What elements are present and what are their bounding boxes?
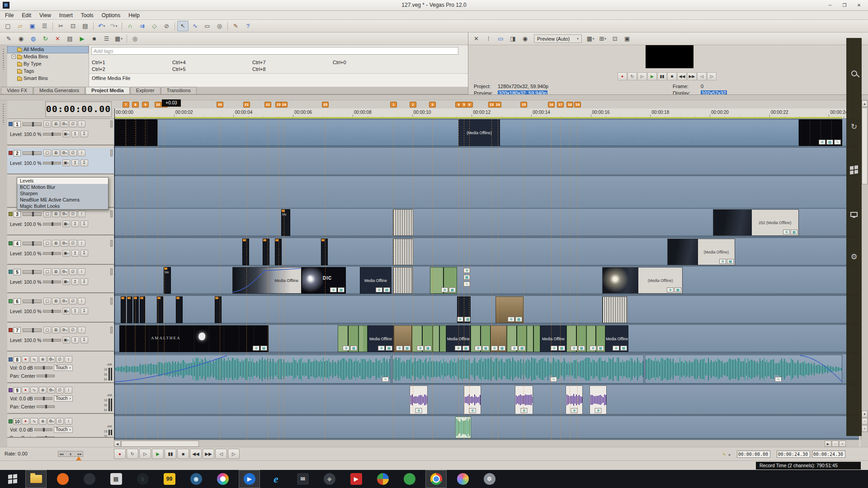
track-number[interactable]: 10 (14, 418, 21, 425)
event-button-icon[interactable]: ⊕ (376, 287, 382, 292)
timeline-marker-16[interactable]: 16 (548, 102, 555, 108)
event-button-icon[interactable]: ▦ (519, 346, 525, 351)
timeline-splitter[interactable] (0, 94, 868, 100)
timeline-event-brownthumb[interactable]: ⊕▦ (394, 325, 412, 352)
h-scrollbar-thumb[interactable] (121, 441, 199, 447)
track-track-motion-button[interactable]: ⊞ (52, 211, 60, 217)
track-lane-9[interactable] (114, 385, 859, 414)
record-mode-dropdown[interactable]: Touch▾ (54, 427, 73, 433)
volume-slider[interactable] (34, 397, 52, 400)
timeline-marker-24[interactable]: 24 (281, 102, 288, 108)
timeline-event-greenthumb[interactable]: ⊕▦ (471, 325, 491, 352)
track-header-9[interactable]: 9●∿⊕⚙▾∅!Vol:0.0 dBTouch▾Pan:Center-Inf.1… (7, 385, 114, 414)
scroll-right-button[interactable]: ▶ (825, 441, 831, 447)
play-from-start-button[interactable]: ▷ (637, 72, 647, 80)
track-mute-button[interactable]: ∅ (69, 298, 77, 305)
track-mute-button[interactable]: ∅ (69, 121, 77, 127)
enable-snapping-button[interactable]: ∩ (124, 21, 136, 31)
selection-length-box[interactable]: 00:00:24.30 (812, 450, 845, 458)
track-track-motion-button[interactable]: ⊞ (52, 150, 60, 156)
views-button[interactable]: ▦▾ (113, 33, 124, 44)
play-button[interactable]: ▶ (647, 72, 657, 80)
zoom-out-button[interactable]: − (832, 441, 839, 447)
track-number[interactable]: 6 (14, 298, 21, 305)
track-track-fx-button[interactable]: ⚙▾ (61, 150, 68, 156)
timeline-event-greenthumb[interactable]: ⊕▦ (430, 267, 457, 294)
track-fader[interactable] (23, 242, 42, 245)
record-mode-dropdown[interactable]: Touch▾ (54, 365, 73, 371)
track-header-10[interactable]: 10●∿⊕⚙▾∅!Vol:0.0 dBTouch▾Pan:Center-Inf.… (7, 416, 114, 438)
close-button[interactable]: ✕ (852, 0, 866, 10)
add-tags-input[interactable] (91, 47, 458, 55)
maximize-button[interactable]: ❐ (837, 0, 852, 10)
timeline-event-offgrad[interactable]: Media Offline (232, 267, 302, 294)
event-button-icon[interactable]: ⊕ (667, 287, 674, 292)
timeline-event-audio[interactable] (392, 355, 644, 384)
charm-settings[interactable]: ⚙ (846, 248, 862, 266)
event-button-icon[interactable]: ⊕ (783, 230, 790, 235)
scroll-down-button[interactable]: ▼ (862, 411, 868, 418)
event-button-icon[interactable]: ▦ (597, 346, 604, 351)
event-button-icon[interactable]: ⊕ (590, 346, 596, 351)
track-mute-button[interactable]: ∅ (69, 150, 77, 156)
event-button-icon[interactable]: ⊕ (441, 287, 448, 292)
timeline-event-flare[interactable]: ✳DIC⊕▦ (302, 267, 346, 294)
timeline-event-filmdark[interactable]: ⊕▦∿ (799, 119, 842, 146)
track-number[interactable]: 8 (14, 357, 21, 363)
level-slider[interactable] (43, 133, 61, 136)
taskbar-item-paint-app[interactable] (452, 470, 473, 488)
external-monitor-button[interactable]: ▭ (495, 33, 506, 44)
previous-frame-button[interactable]: ◁ (215, 449, 227, 459)
timeline-event-greenthumb[interactable]: ⊕▦ (412, 325, 433, 352)
tab-explorer[interactable]: Explorer (130, 87, 160, 94)
copy-snapshot-button[interactable]: ⊡ (609, 33, 621, 44)
stop-button[interactable]: ■ (177, 449, 189, 459)
event-button-icon[interactable]: ▦ (727, 259, 734, 264)
split-screen-button[interactable]: ⊞▾ (597, 33, 609, 44)
track-bypass-motion-blur-button[interactable]: ▢ (43, 240, 51, 247)
track-bypass-motion-blur-button[interactable]: ▢ (43, 211, 51, 217)
record-mode-dropdown[interactable]: Touch▾ (54, 395, 73, 402)
timeline-event-audio[interactable] (114, 355, 391, 384)
timeline-marker-9[interactable]: 9 (142, 102, 149, 108)
fx-list-item-bcc-motion-blur[interactable]: BCC Motion Blur (17, 184, 108, 190)
track-compositing-mode-button[interactable]: ▣▾ (62, 221, 70, 227)
save-snapshot-button[interactable]: ▣ (622, 33, 633, 44)
taskbar-item-internet-explorer[interactable]: e (265, 470, 287, 488)
timeline-event-evicon[interactable]: ∿ (382, 355, 390, 384)
track-fader[interactable] (23, 300, 42, 303)
track-track-fx-button[interactable]: ⚙▾ (61, 298, 68, 305)
track-lane-2[interactable] (114, 148, 859, 174)
event-button-icon[interactable]: ⊕ (719, 259, 726, 264)
event-button-icon[interactable]: ▦ (675, 287, 681, 292)
event-button-icon[interactable]: ⊕ (571, 408, 578, 413)
track-number[interactable]: 5 (14, 269, 21, 275)
timeline-event-sliver[interactable] (215, 296, 222, 323)
event-button-icon[interactable]: ▦ (620, 346, 627, 351)
track-solo-button[interactable]: ! (78, 240, 85, 247)
track-resize-handle[interactable] (110, 240, 113, 247)
vertical-scrollbar[interactable]: ▲ ▼ − + (861, 100, 868, 440)
timeline-event-brownthumb[interactable]: ⊕▦ (495, 296, 524, 323)
minimize-button[interactable]: ─ (823, 0, 837, 10)
normal-edit-tool-button[interactable]: ↖ (177, 21, 189, 31)
taskbar-item-dark-app-2[interactable]: ◆ (319, 470, 340, 488)
track-number[interactable]: 7 (14, 327, 21, 333)
level-slider[interactable] (43, 339, 61, 342)
track-header-6[interactable]: 6▢⊞⚙▾∅!Level:100.0 %▣▾↥↧ (7, 296, 114, 323)
track-track-fx-button[interactable]: ⚙▾ (61, 121, 68, 127)
charm-search[interactable] (846, 64, 862, 82)
auto-ripple-button[interactable]: ⇉ (137, 21, 148, 31)
taskbar-item-utility-app[interactable]: ⚙ (479, 470, 500, 488)
track-header-8[interactable]: 8●∿⊕⚙▾∅!Vol:0.0 dBTouch▾Pan:Center-Inf.1… (7, 354, 114, 383)
fx-list-item-magic-bullet-looks[interactable]: Magic Bullet Looks (17, 203, 108, 209)
track-invert-phase-button[interactable]: ∿ (30, 387, 38, 394)
track-compositing-mode-button[interactable]: ▣▾ (62, 308, 70, 314)
track-track-fx-button[interactable]: ⚙▾ (47, 418, 55, 425)
track-header-7[interactable]: 7▢⊞⚙▾∅!Level:100.0 %▣▾↥↧ (7, 325, 114, 352)
timeline-event-sliver[interactable] (176, 296, 183, 323)
selection-end-box[interactable]: 00:00:24.30 (777, 450, 810, 458)
taskbar-item-light-app[interactable]: ▤ (105, 470, 127, 488)
timeline-marker-3[interactable]: 3 (429, 102, 436, 108)
fx-list-item-newblue-me-active-camera[interactable]: NewBlue ME Active Camera (17, 197, 108, 203)
